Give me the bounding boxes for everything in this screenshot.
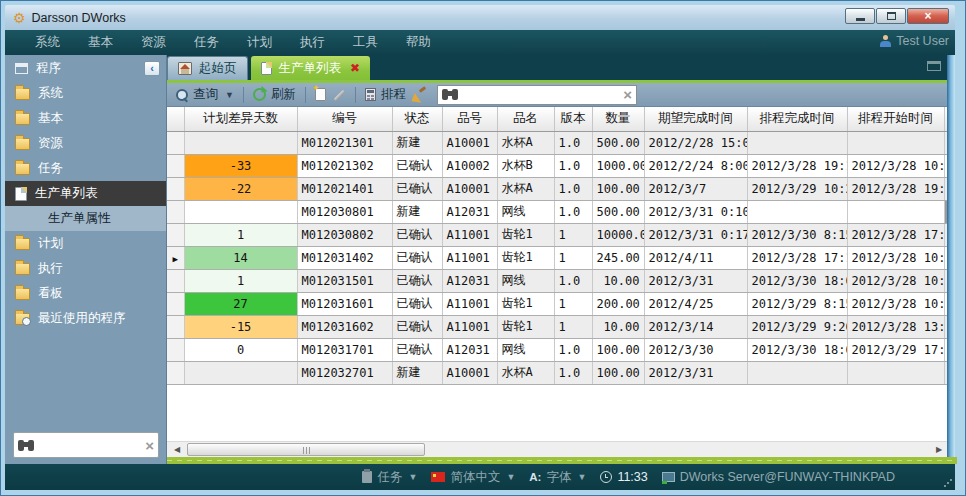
order-id-cell[interactable]: M012031601 bbox=[297, 292, 392, 315]
sched-end-cell[interactable]: 2012/3/28 17:13 bbox=[747, 246, 847, 269]
table-row[interactable]: ▶ -15 M012031602 已确认 A11001 齿轮1 1 10.00 … bbox=[167, 315, 949, 338]
due-time-cell[interactable]: 2012/3/14 bbox=[644, 315, 747, 338]
sched-end-cell[interactable]: 2012/3/30 18:00 bbox=[747, 269, 847, 292]
menu-item[interactable]: 资源 bbox=[127, 34, 180, 51]
table-row[interactable]: ▶ M012021301 新建 A10001 水杯A 1.0 500.00 20… bbox=[167, 131, 949, 154]
table-row[interactable]: ▶ 14 M012031402 已确认 A11001 齿轮1 1 245.00 … bbox=[167, 246, 949, 269]
item-name-cell[interactable]: 水杯A bbox=[497, 177, 554, 200]
version-cell[interactable]: 1 bbox=[554, 315, 592, 338]
sched-start-cell[interactable]: 2012/3/28 17:13 bbox=[847, 223, 944, 246]
item-name-cell[interactable]: 水杯B bbox=[497, 154, 554, 177]
plan-diff-days-cell[interactable] bbox=[184, 131, 297, 154]
tab-close-icon[interactable]: ✖ bbox=[350, 62, 360, 74]
item-name-cell[interactable]: 水杯A bbox=[497, 361, 554, 384]
sched-start-cell[interactable]: 2012/3/28 10:52 bbox=[847, 269, 944, 292]
status-cell[interactable]: 已确认 bbox=[392, 246, 442, 269]
item-no-cell[interactable]: A12031 bbox=[442, 338, 497, 361]
item-name-cell[interactable]: 齿轮1 bbox=[497, 315, 554, 338]
item-no-cell[interactable]: A12031 bbox=[442, 269, 497, 292]
sched-end-cell[interactable]: 2012/3/29 10:20 bbox=[747, 177, 847, 200]
resize-grip[interactable] bbox=[943, 478, 952, 487]
edit-button[interactable] bbox=[332, 88, 346, 102]
order-id-cell[interactable]: M012031602 bbox=[297, 315, 392, 338]
item-no-cell[interactable]: A10001 bbox=[442, 361, 497, 384]
sched-start-cell[interactable]: 2012/3/28 10:52 bbox=[847, 246, 944, 269]
minimize-button[interactable] bbox=[845, 8, 875, 24]
item-name-cell[interactable]: 齿轮1 bbox=[497, 246, 554, 269]
scrollbar-thumb[interactable] bbox=[187, 443, 425, 456]
item-name-cell[interactable]: 齿轮1 bbox=[497, 292, 554, 315]
sched-start-cell[interactable]: 2012/3/28 19:10 bbox=[847, 177, 944, 200]
quantity-cell[interactable]: 10000.00 bbox=[592, 223, 644, 246]
toolbar-search-input[interactable] bbox=[462, 88, 623, 102]
due-time-cell[interactable]: 2012/4/25 bbox=[644, 292, 747, 315]
menu-item[interactable]: 工具 bbox=[339, 34, 392, 51]
row-selector-cell[interactable]: ▶ bbox=[167, 154, 184, 177]
due-time-cell[interactable]: 2012/3/31 0:17 bbox=[644, 223, 747, 246]
quantity-cell[interactable]: 10.00 bbox=[592, 269, 644, 292]
maximize-button[interactable] bbox=[876, 8, 906, 24]
quantity-cell[interactable]: 200.00 bbox=[592, 292, 644, 315]
due-time-cell[interactable]: 2012/3/31 bbox=[644, 361, 747, 384]
version-cell[interactable]: 1.0 bbox=[554, 269, 592, 292]
item-no-cell[interactable]: A11001 bbox=[442, 315, 497, 338]
item-name-cell[interactable]: 网线 bbox=[497, 269, 554, 292]
due-time-cell[interactable]: 2012/3/31 bbox=[644, 269, 747, 292]
quantity-cell[interactable]: 100.00 bbox=[592, 338, 644, 361]
sidebar-item[interactable]: 计划 bbox=[5, 231, 166, 256]
row-selector-cell[interactable]: ▶ bbox=[167, 246, 184, 269]
item-no-cell[interactable]: A12031 bbox=[442, 200, 497, 223]
row-selector-cell[interactable]: ▶ bbox=[167, 223, 184, 246]
user-indicator[interactable]: Test User bbox=[880, 34, 949, 48]
sidebar-item[interactable]: 资源 bbox=[5, 131, 166, 156]
quantity-cell[interactable]: 100.00 bbox=[592, 361, 644, 384]
sched-end-cell[interactable] bbox=[747, 361, 847, 384]
schedule-button[interactable]: 排程 bbox=[365, 86, 406, 103]
version-cell[interactable]: 1.0 bbox=[554, 361, 592, 384]
plan-diff-days-cell[interactable]: 1 bbox=[184, 269, 297, 292]
row-selector-cell[interactable]: ▶ bbox=[167, 269, 184, 292]
status-cell[interactable]: 新建 bbox=[392, 200, 442, 223]
sched-end-cell[interactable]: 2012/3/30 18:00 bbox=[747, 338, 847, 361]
sched-start-cell[interactable]: 2012/3/29 17:46 bbox=[847, 338, 944, 361]
plan-diff-days-cell[interactable] bbox=[184, 200, 297, 223]
sched-start-cell[interactable] bbox=[847, 361, 944, 384]
plan-diff-days-cell[interactable]: 0 bbox=[184, 338, 297, 361]
quantity-cell[interactable]: 10.00 bbox=[592, 315, 644, 338]
column-header[interactable]: 计划差异天数 bbox=[184, 107, 297, 131]
row-selector-cell[interactable]: ▶ bbox=[167, 177, 184, 200]
column-header[interactable]: 排程完成时间 bbox=[747, 107, 847, 131]
sidebar-item[interactable]: 最近使用的程序 bbox=[5, 306, 166, 331]
quantity-cell[interactable]: 100.00 bbox=[592, 177, 644, 200]
column-header[interactable]: 品名 bbox=[497, 107, 554, 131]
status-cell[interactable]: 新建 bbox=[392, 131, 442, 154]
plan-diff-days-cell[interactable] bbox=[184, 361, 297, 384]
sched-end-cell[interactable]: 2012/3/30 8:15 bbox=[747, 223, 847, 246]
sched-start-cell[interactable]: 2012/3/28 10:52 bbox=[847, 154, 944, 177]
column-header[interactable]: 排程开始时间 bbox=[847, 107, 944, 131]
table-row[interactable]: ▶ 1 M012030802 已确认 A11001 齿轮1 1 10000.00… bbox=[167, 223, 949, 246]
sched-start-cell[interactable]: 2012/3/28 13:40 bbox=[847, 315, 944, 338]
scroll-right-arrow[interactable]: ▶ bbox=[931, 443, 947, 457]
sched-end-cell[interactable]: 2012/3/29 9:20 bbox=[747, 315, 847, 338]
query-button[interactable]: 查询 ▼ bbox=[175, 86, 234, 103]
refresh-button[interactable]: 刷新 bbox=[253, 86, 296, 103]
status-font-menu[interactable]: A: 字体 ▼ bbox=[529, 469, 586, 486]
sched-end-cell[interactable]: 2012/3/28 19:10 bbox=[747, 154, 847, 177]
row-selector-cell[interactable]: ▶ bbox=[167, 338, 184, 361]
quantity-cell[interactable]: 500.00 bbox=[592, 131, 644, 154]
menu-item[interactable]: 任务 bbox=[180, 34, 233, 51]
status-language-menu[interactable]: 简体中文 ▼ bbox=[431, 469, 515, 486]
tab-production-order-list[interactable]: 生产单列表 ✖ bbox=[251, 56, 371, 80]
sidebar-item[interactable]: 看板 bbox=[5, 281, 166, 306]
status-cell[interactable]: 已确认 bbox=[392, 315, 442, 338]
due-time-cell[interactable]: 2012/3/7 bbox=[644, 177, 747, 200]
column-header[interactable]: 品号 bbox=[442, 107, 497, 131]
version-cell[interactable]: 1.0 bbox=[554, 200, 592, 223]
sidebar-item[interactable]: 系统 bbox=[5, 81, 166, 106]
sidebar-search-input[interactable] bbox=[38, 438, 145, 452]
status-cell[interactable]: 已确认 bbox=[392, 292, 442, 315]
menu-item[interactable]: 计划 bbox=[233, 34, 286, 51]
sched-end-cell[interactable] bbox=[747, 131, 847, 154]
sidebar-item[interactable]: 生产单列表 bbox=[5, 181, 166, 206]
